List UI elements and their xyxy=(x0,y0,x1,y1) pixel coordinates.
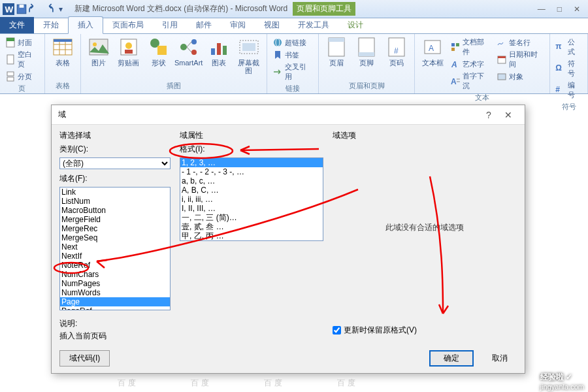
svg-rect-5 xyxy=(7,38,14,41)
dialog-close-button[interactable]: ✕ xyxy=(498,110,518,120)
page-break-button[interactable]: 分页 xyxy=(4,71,41,82)
table-button[interactable]: 表格 xyxy=(49,37,76,67)
options-label: 域选项 xyxy=(333,130,517,141)
list-item[interactable]: MergeSeq xyxy=(60,233,170,242)
cancel-button[interactable]: 取消 xyxy=(483,351,517,366)
datetime-button[interactable]: 日期和时间 xyxy=(495,49,546,70)
props-label: 域属性 xyxy=(180,130,323,141)
maximize-button[interactable]: □ xyxy=(557,5,562,14)
ok-button[interactable]: 确定 xyxy=(429,350,474,367)
svg-rect-31 xyxy=(242,43,255,51)
ribbon-body: 封面 空白页 分页 页 表格 表格 图片 剪贴画 形状 SmartArt 图表 … xyxy=(0,34,588,94)
header-button[interactable]: 页眉 xyxy=(323,37,350,67)
tab-layout[interactable]: 页面布局 xyxy=(103,17,153,33)
tab-home[interactable]: 开始 xyxy=(34,17,68,33)
list-item[interactable]: PageRef xyxy=(60,306,170,310)
tab-design[interactable]: 设计 xyxy=(338,17,372,33)
tab-mail[interactable]: 邮件 xyxy=(187,17,221,33)
smartart-button[interactable]: SmartArt xyxy=(175,37,203,67)
list-item[interactable]: 壹, 贰, 叁 … xyxy=(180,222,323,231)
list-item[interactable]: Next xyxy=(60,242,170,252)
crossref-button[interactable]: 交叉引用 xyxy=(271,61,315,82)
screenshot-button[interactable]: 屏幕截图 xyxy=(235,37,263,74)
list-item[interactable]: MergeRec xyxy=(60,224,170,233)
tab-dev[interactable]: 开发工具 xyxy=(289,17,338,33)
format-listbox[interactable]: 1, 2, 3, …- 1 -, - 2 -, - 3 -, …a, b, c,… xyxy=(180,157,323,241)
pagenum-button[interactable]: #页码 xyxy=(383,37,410,67)
list-item[interactable]: A, B, C, … xyxy=(180,186,323,195)
preserve-format-checkbox[interactable]: 更新时保留原格式(V) xyxy=(333,325,517,336)
redo-icon[interactable] xyxy=(42,3,54,15)
clipart-button[interactable]: 剪贴画 xyxy=(115,37,142,67)
bookmark-button[interactable]: 书签 xyxy=(271,49,315,61)
svg-rect-6 xyxy=(7,55,14,64)
svg-point-22 xyxy=(180,44,187,50)
word-icon: W xyxy=(3,3,14,15)
svg-point-24 xyxy=(191,50,197,55)
list-item[interactable]: a, b, c, … xyxy=(180,176,323,186)
svg-text:A: A xyxy=(451,77,457,86)
tab-insert[interactable]: 插入 xyxy=(68,16,103,34)
chart-button[interactable]: 图表 xyxy=(205,37,233,67)
field-dialog: 域 ? ✕ 请选择域 类别(C): (全部) 域名(F): LinkListNu… xyxy=(51,105,525,374)
cover-page-button[interactable]: 封面 xyxy=(4,37,41,48)
object-button[interactable]: 对象 xyxy=(495,71,546,82)
list-item[interactable]: Link xyxy=(60,188,170,197)
list-item[interactable]: 一, 二, 三 (简)… xyxy=(180,213,323,222)
tab-ref[interactable]: 引用 xyxy=(153,17,187,33)
tab-file[interactable]: 文件 xyxy=(0,17,34,33)
dialog-titlebar: 域 ? ✕ xyxy=(52,105,525,125)
tab-view[interactable]: 视图 xyxy=(255,17,289,33)
number-button[interactable]: #编号 xyxy=(554,80,583,101)
list-item[interactable]: ListNum xyxy=(60,197,170,206)
svg-text:W: W xyxy=(5,4,13,14)
preserve-checkbox-input[interactable] xyxy=(333,326,341,335)
desc-label: 说明: xyxy=(59,318,171,329)
list-item[interactable]: NumChars xyxy=(60,270,170,279)
save-icon[interactable] xyxy=(16,3,27,15)
list-item[interactable]: Page xyxy=(60,297,170,306)
shapes-button[interactable]: 形状 xyxy=(145,37,172,67)
footer-button[interactable]: 页脚 xyxy=(353,37,380,67)
list-item[interactable]: NumPages xyxy=(60,279,170,288)
close-button[interactable]: ✕ xyxy=(574,5,580,14)
minimize-button[interactable]: — xyxy=(538,5,546,14)
equation-button[interactable]: π公式 xyxy=(554,37,583,57)
undo-icon[interactable] xyxy=(29,3,41,15)
list-item[interactable]: 1, 2, 3, … xyxy=(180,158,323,167)
category-select[interactable]: (全部) xyxy=(59,157,171,169)
list-item[interactable]: I, II, III, … xyxy=(180,204,323,213)
list-item[interactable]: MacroButton xyxy=(60,206,170,215)
list-item[interactable]: i, ii, iii, … xyxy=(180,195,323,204)
svg-point-23 xyxy=(191,39,197,44)
no-options-text: 此域没有合适的域选项 xyxy=(333,222,517,233)
list-item[interactable]: MergeField xyxy=(60,215,170,224)
desc-text: 插入当前页码 xyxy=(59,331,171,342)
wordart-button[interactable]: A艺术字 xyxy=(449,58,493,70)
list-item[interactable]: - 1 -, - 2 -, - 3 -, … xyxy=(180,167,323,176)
svg-rect-21 xyxy=(157,46,167,55)
list-item[interactable]: NextIf xyxy=(60,252,170,261)
group-tables-label: 表格 xyxy=(56,80,70,92)
tab-review[interactable]: 审阅 xyxy=(221,17,255,33)
list-item[interactable]: NoteRef xyxy=(60,261,170,270)
svg-rect-29 xyxy=(223,46,227,55)
field-codes-button[interactable]: 域代码(I) xyxy=(59,350,110,367)
blank-page-button[interactable]: 空白页 xyxy=(4,49,41,70)
dropcap-button[interactable]: A首字下沉 xyxy=(449,71,493,91)
dialog-help-button[interactable]: ? xyxy=(479,110,498,120)
list-item[interactable]: 甲, 乙, 丙 … xyxy=(180,231,323,240)
hyperlink-button[interactable]: 超链接 xyxy=(271,37,315,48)
signature-button[interactable]: 签名行 xyxy=(495,37,546,48)
textbox-button[interactable]: A文本框 xyxy=(419,37,446,67)
list-item[interactable]: 子, 丑, 寅 … xyxy=(180,240,323,241)
symbol-button[interactable]: Ω符号 xyxy=(554,58,583,79)
parts-button[interactable]: 文档部件 xyxy=(449,37,493,57)
fieldname-listbox[interactable]: LinkListNumMacroButtonMergeFieldMergeRec… xyxy=(59,187,171,310)
list-item[interactable]: NumWords xyxy=(60,288,170,297)
svg-rect-51 xyxy=(498,74,506,80)
svg-point-32 xyxy=(274,39,282,46)
chevron-down-icon[interactable]: ▾ xyxy=(55,3,67,15)
picture-button[interactable]: 图片 xyxy=(85,37,112,67)
background-watermark: 百度百度百度百度 xyxy=(118,378,358,389)
